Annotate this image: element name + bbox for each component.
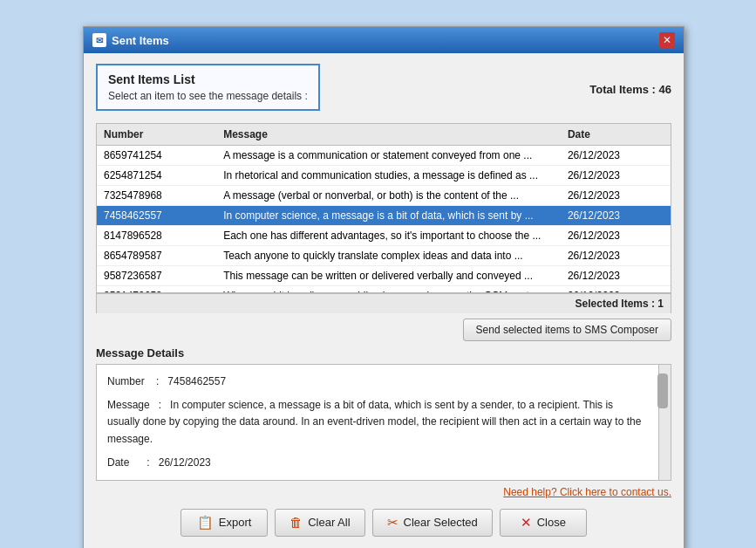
col-number: Number xyxy=(97,124,216,146)
sent-items-window: ✉ Sent Items ✕ Sent Items List Select an… xyxy=(83,26,684,548)
clear-selected-icon: ✂ xyxy=(387,515,398,531)
cell-number: 7325478968 xyxy=(97,186,216,206)
message-table-container[interactable]: Number Message Date 8659741254 A message… xyxy=(96,123,671,293)
selected-items-bar: Selected Items : 1 xyxy=(96,293,671,313)
table-row[interactable]: 6254871254 In rhetorical and communicati… xyxy=(97,166,671,186)
title-bar: ✉ Sent Items ✕ xyxy=(84,27,684,53)
table-row[interactable]: 8147896528 Each one has different advant… xyxy=(97,226,671,246)
message-label: Message xyxy=(107,399,150,411)
cell-message: This message can be written or delivered… xyxy=(216,266,561,286)
window-icon: ✉ xyxy=(92,33,106,47)
detail-message-row: Message : In computer science, a message… xyxy=(107,397,644,448)
cell-number: 8521479658 xyxy=(97,286,216,294)
message-details-label: Message Details xyxy=(96,346,671,360)
message-value: In computer science, a message is a bit … xyxy=(107,399,641,444)
scrollbar-thumb xyxy=(657,373,668,408)
table-row[interactable]: 9587236587 This message can be written o… xyxy=(97,266,671,286)
date-label: Date xyxy=(107,456,129,469)
cell-message: A message (verbal or nonverbal, or both)… xyxy=(216,186,561,206)
details-scrollbar[interactable] xyxy=(658,365,671,480)
close-button[interactable]: ✕ Close xyxy=(500,509,587,537)
window-title: Sent Items xyxy=(112,34,169,47)
cell-date: 26/12/2023 xyxy=(561,286,671,294)
message-details-box: Number : 7458462557 Message : In compute… xyxy=(96,364,671,481)
clear-all-label: Clear All xyxy=(308,516,350,529)
help-link[interactable]: Need help? Click here to contact us. xyxy=(96,486,671,498)
send-btn-row: Send selected items to SMS Composer xyxy=(96,319,671,341)
cell-message: In computer science, a message is a bit … xyxy=(216,206,561,226)
close-btn-icon: ✕ xyxy=(521,515,532,531)
clear-all-icon: 🗑 xyxy=(289,515,303,530)
cell-number: 8147896528 xyxy=(97,226,216,246)
close-label: Close xyxy=(537,516,566,529)
clear-selected-button[interactable]: ✂ Clear Selected xyxy=(372,509,493,537)
clear-selected-label: Clear Selected xyxy=(404,516,478,529)
cell-number: 7458462557 xyxy=(97,206,216,226)
number-value: 7458462557 xyxy=(167,375,226,387)
cell-number: 6254871254 xyxy=(97,166,216,186)
number-label: Number xyxy=(107,375,145,387)
table-row[interactable]: 8654789587 Teach anyone to quickly trans… xyxy=(97,246,671,266)
message-table: Number Message Date 8659741254 A message… xyxy=(97,124,671,293)
cell-date: 26/12/2023 xyxy=(561,226,671,246)
cell-date: 26/12/2023 xyxy=(561,266,671,286)
cell-number: 9587236587 xyxy=(97,266,216,286)
cell-message: In rhetorical and communication studies,… xyxy=(216,166,561,186)
cell-message: A message is a communication or statemen… xyxy=(216,146,561,166)
export-label: Export xyxy=(219,516,252,529)
send-selected-button[interactable]: Send selected items to SMS Composer xyxy=(463,319,671,341)
cell-number: 8659741254 xyxy=(97,146,216,166)
table-header-row: Number Message Date xyxy=(97,124,671,146)
cell-date: 26/12/2023 xyxy=(561,166,671,186)
cell-number: 8654789587 xyxy=(97,246,216,266)
table-row[interactable]: 8521479658 When you hit 'send', your mob… xyxy=(97,286,671,294)
window-content: Sent Items List Select an item to see th… xyxy=(84,53,684,548)
col-date: Date xyxy=(561,124,671,146)
export-button[interactable]: 📋 Export xyxy=(180,509,268,537)
bottom-buttons: 📋 Export 🗑 Clear All ✂ Clear Selected ✕ … xyxy=(96,502,671,540)
details-inner: Number : 7458462557 Message : In compute… xyxy=(107,373,660,471)
cell-message: Each one has different advantages, so it… xyxy=(216,226,561,246)
table-row[interactable]: 7458462557 In computer science, a messag… xyxy=(97,206,671,226)
detail-date-row: Date : 26/12/2023 xyxy=(107,455,644,471)
cell-date: 26/12/2023 xyxy=(561,186,671,206)
col-message: Message xyxy=(216,124,561,146)
cell-date: 26/12/2023 xyxy=(561,146,671,166)
sent-items-list-title: Sent Items List xyxy=(108,72,308,86)
cell-message: When you hit 'send', your mobile phone c… xyxy=(216,286,561,294)
cell-message: Teach anyone to quickly translate comple… xyxy=(216,246,561,266)
detail-number-row: Number : 7458462557 xyxy=(107,373,644,390)
clear-all-button[interactable]: 🗑 Clear All xyxy=(275,509,364,537)
select-item-subtitle: Select an item to see the message detail… xyxy=(108,90,308,102)
date-value: 26/12/2023 xyxy=(159,456,211,469)
window-close-button[interactable]: ✕ xyxy=(659,32,675,48)
cell-date: 26/12/2023 xyxy=(561,246,671,266)
cell-date: 26/12/2023 xyxy=(561,206,671,226)
total-items-label: Total Items : 46 xyxy=(589,83,671,96)
export-icon: 📋 xyxy=(197,515,214,531)
header-box: Sent Items List Select an item to see th… xyxy=(96,64,320,111)
table-row[interactable]: 7325478968 A message (verbal or nonverba… xyxy=(97,186,671,206)
table-row[interactable]: 8659741254 A message is a communication … xyxy=(97,146,671,166)
